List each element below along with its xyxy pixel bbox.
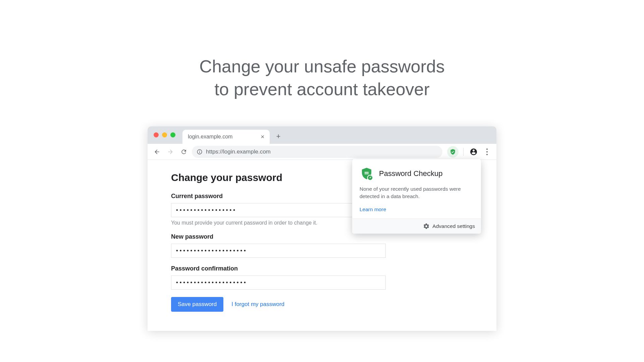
svg-rect-1 (199, 151, 200, 153)
forward-button[interactable] (165, 146, 176, 157)
learn-more-link[interactable]: Learn more (352, 205, 481, 219)
popup-header: Password Checkup (352, 159, 481, 185)
close-tab-icon[interactable]: × (261, 133, 264, 140)
svg-rect-2 (199, 150, 200, 151)
forgot-password-link[interactable]: I forgot my password (231, 301, 284, 308)
profile-button[interactable] (468, 146, 479, 157)
address-bar[interactable]: https://login.example.com (192, 146, 442, 158)
popup-title: Password Checkup (379, 169, 443, 178)
reload-icon (180, 148, 187, 155)
popup-body-text: None of your recently used passwords wer… (352, 185, 481, 205)
new-tab-button[interactable]: + (274, 132, 282, 140)
reload-button[interactable] (178, 146, 189, 157)
shield-check-icon (449, 148, 456, 155)
tab-title: login.example.com (188, 134, 232, 140)
back-button[interactable] (152, 146, 162, 157)
password-checkup-popup: Password Checkup None of your recently u… (352, 159, 481, 234)
advanced-settings-button[interactable]: Advanced settings (352, 219, 481, 234)
new-password-input[interactable] (171, 244, 386, 258)
confirm-password-input[interactable] (171, 276, 386, 290)
window-maximize-button[interactable] (170, 132, 175, 137)
advanced-settings-label: Advanced settings (432, 223, 475, 229)
form-actions: Save password I forgot my password (171, 297, 473, 312)
confirm-password-label: Password confirmation (171, 265, 473, 272)
account-circle-icon (470, 148, 478, 156)
confirm-password-group: Password confirmation (171, 265, 473, 290)
url-text: https://login.example.com (206, 148, 271, 155)
info-icon (197, 149, 203, 155)
new-password-group: New password (171, 233, 473, 258)
arrow-left-icon (154, 148, 160, 155)
browser-toolbar: https://login.example.com (148, 144, 496, 160)
browser-window: login.example.com × + https://login.exam… (148, 126, 496, 331)
gear-icon (423, 223, 430, 230)
shield-badge-icon (360, 167, 374, 181)
window-close-button[interactable] (154, 132, 159, 137)
password-checkup-extension-button[interactable] (447, 146, 459, 158)
window-minimize-button[interactable] (162, 132, 167, 137)
new-password-label: New password (171, 233, 473, 240)
tab-strip: login.example.com × + (148, 126, 496, 144)
headline: Change your unsafe passwords to prevent … (199, 55, 444, 101)
chrome-menu-button[interactable] (482, 146, 492, 157)
vertical-dots-icon (486, 148, 488, 155)
window-controls (154, 132, 175, 137)
arrow-right-icon (167, 148, 174, 155)
save-password-button[interactable]: Save password (171, 297, 223, 312)
toolbar-separator (463, 148, 464, 156)
browser-tab[interactable]: login.example.com × (182, 130, 270, 144)
